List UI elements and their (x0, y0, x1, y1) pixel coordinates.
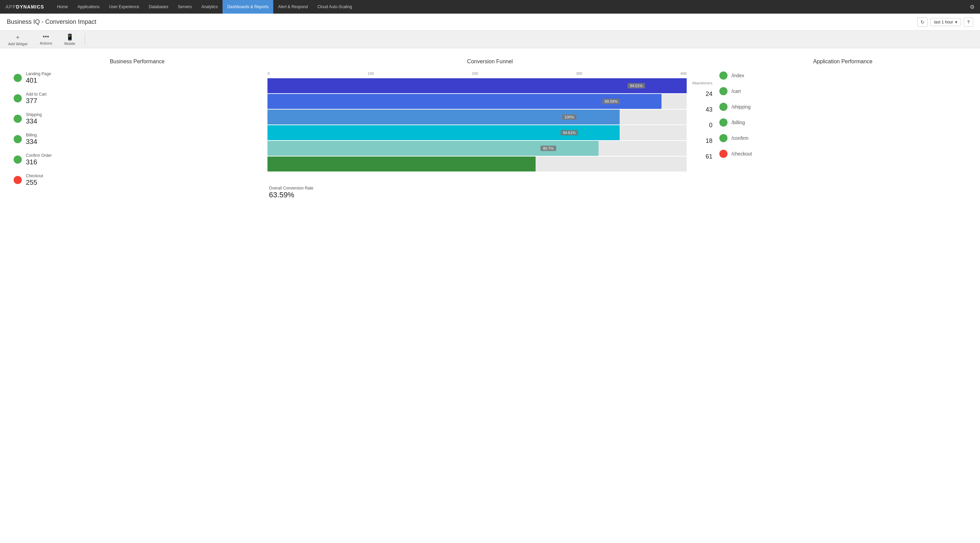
page-title: Business IQ - Conversion Impact (7, 18, 917, 25)
nav-items: HomeApplicationsUser ExperienceDatabases… (52, 0, 970, 14)
bp-value: 334 (26, 117, 42, 125)
status-dot-green (14, 115, 22, 123)
status-dot-green (14, 156, 22, 164)
add-widget-label: Add Widget (8, 42, 27, 46)
mobile-icon: 📱 (66, 33, 73, 41)
nav-item-applications[interactable]: Applications (73, 0, 105, 14)
bp-info: Landing Page 401 (26, 71, 51, 84)
funnel-row: 100% (267, 110, 686, 124)
ap-label: /shipping (732, 104, 751, 110)
ap-status-dot (719, 103, 727, 111)
business-performance-section: Business Performance Landing Page 401 Ad… (14, 59, 261, 199)
funnel-axis: 0100200300400 (267, 71, 686, 78)
status-dot-green (14, 74, 22, 82)
application-performance-section: Application Performance /index /cart /sh… (719, 59, 966, 199)
toolbar-divider (85, 33, 85, 46)
abandoners-value: 0 (692, 118, 713, 133)
nav-item-databases[interactable]: Databases (144, 0, 173, 14)
nav-item-alert-&-respond[interactable]: Alert & Respond (273, 0, 312, 14)
brand-app: APP (5, 4, 16, 10)
page-header: Business IQ - Conversion Impact ↻ last 1… (0, 14, 980, 31)
bp-title: Business Performance (14, 59, 261, 65)
ap-status-dot (719, 118, 727, 127)
status-dot-green (14, 94, 22, 102)
ap-label: /cart (732, 89, 741, 94)
funnel-pct-label: 94.61% (560, 130, 578, 135)
time-label: last 1 hour (934, 20, 953, 24)
ap-label: /confirm (732, 135, 749, 141)
gear-icon[interactable]: ⚙ (970, 4, 975, 10)
plus-icon: ＋ (14, 33, 21, 41)
ap-label: /checkout (732, 151, 752, 157)
ap-status-dot (719, 87, 727, 95)
bp-info: Shipping 334 (26, 112, 42, 125)
ap-row: /confirm (719, 134, 966, 142)
ap-status-dot (719, 150, 727, 158)
status-dot-green (14, 135, 22, 143)
funnel-row: 88.59% (267, 94, 686, 109)
abandoners-header: Abandoners (692, 81, 713, 85)
axis-label: 200 (472, 71, 478, 76)
header-controls: ↻ last 1 hour ▾ ? (917, 17, 973, 27)
brand-dynamics: DYNAMICS (16, 4, 44, 10)
mobile-button[interactable]: 📱 Mobile (62, 32, 78, 47)
ap-status-dot (719, 134, 727, 142)
status-dot-red (14, 176, 22, 184)
funnel-row: 80.7% (267, 141, 686, 156)
nav-item-home[interactable]: Home (52, 0, 73, 14)
chevron-down-icon: ▾ (955, 20, 957, 24)
help-button[interactable]: ? (964, 17, 973, 27)
actions-button[interactable]: ••• Actions (37, 32, 55, 47)
abandoners-value (692, 165, 713, 179)
bp-info: Add to Cart 377 (26, 92, 47, 105)
dots-icon: ••• (43, 33, 49, 40)
brand-logo: APPDYNAMICS (5, 4, 44, 10)
conversion-funnel-section: Conversion Funnel 0100200300400 94.01%88… (267, 59, 712, 199)
axis-label: 0 (267, 71, 269, 76)
ap-label: /index (732, 73, 744, 78)
funnel-row: 94.61% (267, 125, 686, 140)
abandoners-value: 18 (692, 133, 713, 148)
nav-item-servers[interactable]: Servers (173, 0, 197, 14)
funnel-bar (267, 157, 536, 171)
bp-row: Landing Page 401 (14, 71, 261, 84)
ap-rows: /index /cart /shipping /billing /confirm… (719, 71, 966, 158)
dashboard-grid: Business Performance Landing Page 401 Ad… (7, 55, 973, 203)
funnel-bar (267, 78, 686, 93)
toolbar: ＋ Add Widget ••• Actions 📱 Mobile (0, 31, 980, 48)
nav-item-dashboards-&-reports[interactable]: Dashboards & Reports (223, 0, 273, 14)
funnel-row (267, 157, 686, 171)
bp-label: Landing Page (26, 71, 51, 76)
bp-value: 316 (26, 158, 52, 166)
abandoners-value: 43 (692, 102, 713, 117)
bp-info: Checkout 255 (26, 173, 43, 186)
funnel-bars: 94.01%88.59%100%94.61%80.7% (267, 78, 686, 171)
nav-item-analytics[interactable]: Analytics (197, 0, 223, 14)
ap-row: /shipping (719, 103, 966, 111)
bp-row: Checkout 255 (14, 173, 261, 186)
funnel-title: Conversion Funnel (267, 59, 712, 65)
nav-item-cloud-auto-scaling[interactable]: Cloud Auto-Scaling (313, 0, 357, 14)
abandoners-col: Abandoners 244301861 (692, 71, 713, 180)
funnel-pct-label: 100% (562, 114, 576, 120)
add-widget-button[interactable]: ＋ Add Widget (5, 32, 30, 47)
ap-status-dot (719, 71, 727, 79)
nav-item-user-experience[interactable]: User Experience (104, 0, 144, 14)
ap-row: /index (719, 71, 966, 79)
actions-label: Actions (40, 41, 52, 45)
refresh-button[interactable]: ↻ (917, 17, 928, 27)
overall-rate: Overall Conversion Rate 63.59% (267, 186, 712, 199)
overall-value: 63.59% (269, 191, 712, 199)
mobile-label: Mobile (64, 41, 75, 46)
main-content: Business Performance Landing Page 401 Ad… (0, 48, 980, 543)
axis-label: 100 (368, 71, 374, 76)
axis-label: 300 (576, 71, 582, 76)
bp-info: Billing 334 (26, 133, 37, 146)
ap-title: Application Performance (719, 59, 966, 65)
bp-row: Billing 334 (14, 133, 261, 146)
time-selector[interactable]: last 1 hour ▾ (930, 18, 961, 26)
abandoners-value: 61 (692, 149, 713, 164)
bp-label: Add to Cart (26, 92, 47, 97)
bp-label: Billing (26, 133, 37, 137)
bp-row: Shipping 334 (14, 112, 261, 125)
